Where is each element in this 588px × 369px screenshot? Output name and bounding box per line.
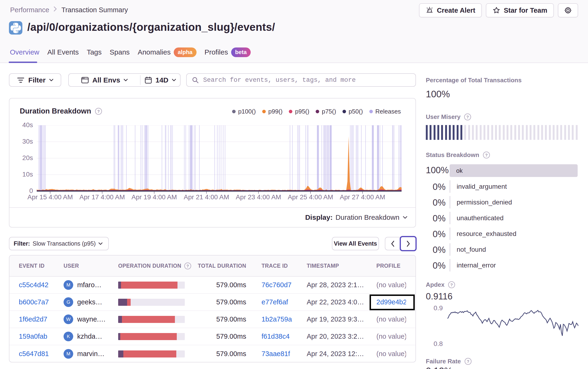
- trace-id-link[interactable]: f61d38c4: [262, 333, 290, 340]
- help-icon[interactable]: [95, 108, 102, 115]
- status-percent: 100%: [426, 165, 446, 175]
- tab-tags[interactable]: Tags: [87, 46, 101, 58]
- event-id-link[interactable]: b600c7a7: [19, 298, 49, 306]
- cell-operation-duration: [118, 282, 200, 289]
- table-row-c5647d81: c5647d81Mmarvin…579.00ms73aae81fApr 24, …: [10, 345, 415, 362]
- status-percent: 0%: [426, 182, 446, 192]
- event-id-link[interactable]: 159a0fab: [19, 333, 47, 340]
- status-label: invalid_argument: [457, 183, 507, 190]
- help-icon[interactable]: [464, 358, 472, 365]
- misery-bar-empty: [572, 125, 574, 140]
- total-duration-value: 579.00ms: [200, 315, 246, 323]
- op-duration-segment-red: [127, 299, 131, 306]
- trace-id-link[interactable]: 1b2a759a: [262, 315, 292, 323]
- legend-item-p75[interactable]: p75(): [316, 108, 336, 115]
- column-header-event-id[interactable]: EVENT ID: [19, 263, 63, 269]
- misery-bar-filled: [457, 125, 459, 140]
- tab-anomalies[interactable]: Anomaliesalpha: [138, 46, 197, 58]
- misery-bar-empty: [510, 125, 512, 140]
- tab-profiles[interactable]: Profilesbeta: [205, 46, 251, 58]
- table-header-row: EVENT ID USER OPERATION DURATION TOTAL D…: [10, 256, 415, 277]
- op-duration-segment-purple: [118, 350, 123, 358]
- trace-id-link[interactable]: 76c760d7: [262, 281, 291, 289]
- tab-overview[interactable]: Overview: [10, 46, 39, 58]
- tab-spans[interactable]: Spans: [110, 46, 130, 58]
- next-page-button[interactable]: [400, 236, 417, 251]
- cell-trace-id: 1b2a759a: [246, 315, 307, 323]
- legend-item-p50[interactable]: p50(): [343, 108, 363, 115]
- transaction-summary-page: Performance Transaction Summary /api/0/o…: [0, 0, 588, 369]
- column-header-user[interactable]: USER: [63, 263, 118, 269]
- slow-transactions-filter[interactable]: Filter: Slow Transactions (p95): [9, 237, 109, 250]
- misery-bar-empty: [491, 125, 493, 140]
- misery-bar-filled: [426, 125, 428, 140]
- column-header-total-duration[interactable]: TOTAL DURATION: [200, 263, 246, 269]
- status-label: resource_exhausted: [457, 230, 516, 238]
- status-bar-zero: [450, 228, 450, 240]
- apdex-ytick-08: 0.8: [429, 340, 443, 348]
- legend-label: p100(): [238, 108, 256, 115]
- x-tick-label: Apr 15 4:00 AM: [22, 193, 78, 201]
- help-icon[interactable]: [483, 151, 490, 159]
- event-id-link[interactable]: c5647d81: [19, 350, 49, 358]
- status-percent: 0%: [426, 245, 446, 255]
- column-header-trace-id[interactable]: TRACE ID: [246, 263, 307, 269]
- trace-id-link[interactable]: 73aae81f: [262, 350, 290, 358]
- previous-page-button[interactable]: [385, 237, 401, 250]
- column-header-profile[interactable]: PROFILE: [376, 263, 406, 269]
- python-icon: [9, 21, 22, 35]
- avatar: M: [63, 280, 73, 290]
- cell-user: Mmfaro…: [63, 280, 118, 290]
- operation-duration-bar[interactable]: [118, 299, 185, 306]
- chart-legend: p100()p99()p95()p75()p50()Releases: [232, 108, 401, 115]
- view-all-events-button[interactable]: View All Events: [332, 237, 379, 250]
- column-header-timestamp[interactable]: TIMESTAMP: [307, 263, 376, 269]
- misery-bar-empty: [568, 125, 570, 140]
- tab-all-events[interactable]: All Events: [47, 46, 79, 58]
- misery-bar-filled: [449, 125, 451, 140]
- misery-bar-empty: [522, 125, 524, 140]
- help-icon[interactable]: [448, 281, 455, 288]
- profile-link[interactable]: 2d99e4b2: [376, 298, 406, 306]
- legend-item-p95[interactable]: p95(): [289, 108, 309, 115]
- legend-item-p100[interactable]: p100(): [232, 108, 256, 115]
- legend-item-p99[interactable]: p99(): [262, 108, 283, 115]
- event-id-link[interactable]: c55c4d42: [19, 281, 49, 289]
- total-duration-value: 579.00ms: [200, 350, 246, 358]
- table-filter-label: Filter:: [14, 240, 30, 247]
- table-row-1f6ed2d7: 1f6ed2d7Wwayne.…579.00ms1b2a759aApr 19, …: [10, 311, 415, 328]
- misery-bar-empty: [518, 125, 520, 140]
- status-label: permission_denied: [457, 199, 512, 206]
- apdex-ytick-09: 0.9: [429, 304, 443, 312]
- cell-trace-id: e77ef6af: [246, 298, 307, 306]
- event-id-link[interactable]: 1f6ed2d7: [19, 315, 47, 323]
- operation-duration-bar[interactable]: [118, 316, 185, 323]
- date-range-selector[interactable]: 14D: [140, 74, 180, 86]
- timestamp-value: Apr 19, 2023 9:3…: [307, 315, 376, 323]
- environment-selector[interactable]: All Envs: [69, 74, 140, 86]
- display-selector[interactable]: Duration Breakdown: [336, 213, 408, 221]
- status-bar-ok[interactable]: ok: [450, 164, 578, 177]
- status-percent: 0%: [426, 229, 446, 239]
- misery-bar-empty: [514, 125, 516, 140]
- trace-id-link[interactable]: e77ef6af: [262, 298, 288, 306]
- operation-duration-bar[interactable]: [118, 282, 185, 289]
- alpha-badge: alpha: [174, 48, 197, 57]
- operation-duration-bar[interactable]: [118, 350, 185, 358]
- help-icon[interactable]: [464, 113, 471, 120]
- operation-duration-bar[interactable]: [118, 333, 185, 340]
- x-tick-label: Apr 27 4:00 AM: [334, 193, 391, 201]
- search-input[interactable]: [203, 77, 410, 84]
- status-bar-zero: [450, 180, 450, 193]
- legend-item-Releases[interactable]: Releases: [369, 108, 401, 115]
- x-tick-label: Apr 21 4:00 AM: [178, 193, 235, 201]
- chevron-down-icon: [403, 216, 408, 219]
- help-icon[interactable]: [184, 262, 191, 269]
- status-percent: 0%: [426, 198, 446, 208]
- filter-button[interactable]: Filter: [9, 73, 61, 87]
- breadcrumb-performance[interactable]: Performance: [10, 6, 49, 14]
- column-header-operation-duration[interactable]: OPERATION DURATION: [118, 262, 200, 269]
- x-tick-label: Apr 25 4:00 AM: [282, 193, 339, 201]
- op-duration-segment-purple: [118, 282, 121, 289]
- chevron-down-icon: [124, 79, 128, 81]
